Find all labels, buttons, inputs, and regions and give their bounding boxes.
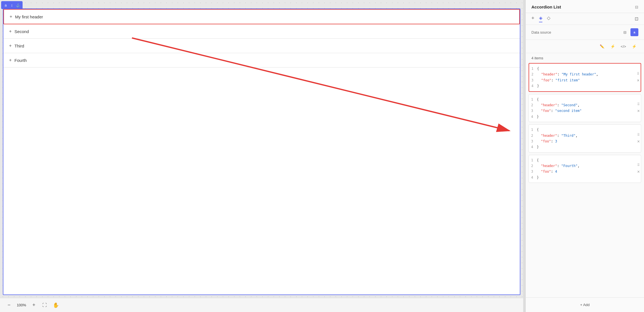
- delete-item-3-btn[interactable]: ×: [637, 138, 640, 145]
- json-item-4-actions: ⠿ ×: [637, 162, 640, 175]
- canvas-frame: + My first header + Second + Third + Fou…: [3, 8, 520, 295]
- component-view-btn[interactable]: ◈: [539, 15, 542, 22]
- delete-item-2-btn[interactable]: ×: [637, 108, 640, 114]
- accordion-item-label-1: My first header: [15, 14, 43, 19]
- anchor-tool-btn[interactable]: ⚓: [15, 2, 21, 8]
- top-icon-bar: + ◈ ◇ ⊡: [526, 13, 644, 25]
- drag-handle-3[interactable]: ⠿: [637, 132, 640, 137]
- styles-btn[interactable]: ◇: [547, 15, 550, 22]
- json-content-2: 1{ 2 "header": "Second", 3 "foo": "secon…: [529, 94, 641, 122]
- items-count: 4 items: [526, 53, 644, 63]
- delete-item-1-btn[interactable]: ×: [636, 77, 640, 84]
- drag-handle-4[interactable]: ⠿: [637, 162, 640, 168]
- data-source-label: Data source: [531, 30, 551, 34]
- canvas-area: a ↕ ⚓ + My first header + Second + Third: [0, 0, 523, 312]
- format-btn[interactable]: ⚡: [608, 42, 617, 51]
- pan-tool-btn[interactable]: ✋: [52, 301, 60, 309]
- data-source-row: Data source ⊟ a: [526, 25, 644, 40]
- accordion-item-label-2: Second: [14, 29, 29, 34]
- accordion-expand-icon-1: +: [10, 14, 12, 19]
- json-item-2-actions: ⠿ ×: [637, 102, 640, 114]
- json-item-1[interactable]: 1{ 2 "header": "My first header", 3 "foo…: [529, 63, 641, 92]
- data-source-actions: ⊟ a: [621, 28, 638, 36]
- accordion-item-label-4: Fourth: [14, 58, 27, 63]
- bottom-toolbar: − 100% + ⛶ ✋: [0, 298, 523, 312]
- panel-divider: [523, 0, 525, 312]
- accordion-expand-icon-2: +: [9, 29, 12, 34]
- json-item-1-actions: ⠿ ×: [636, 71, 640, 84]
- panel-footer: + Add: [526, 297, 644, 312]
- add-component-btn[interactable]: +: [531, 15, 535, 22]
- accordion-item-1[interactable]: + My first header: [3, 9, 520, 24]
- items-scroll[interactable]: 1{ 2 "header": "My first header", 3 "foo…: [526, 63, 644, 297]
- accordion-expand-icon-4: +: [9, 58, 12, 63]
- connect-btn[interactable]: ⚡: [630, 42, 638, 51]
- json-item-3-actions: ⠿ ×: [637, 132, 640, 145]
- code-btn[interactable]: </>: [619, 42, 628, 51]
- data-source-copy-btn[interactable]: ⊟: [621, 28, 629, 36]
- json-item-3[interactable]: 1{ 2 "header": "Third", 3 "foo": 3 4} ⠿ …: [529, 124, 641, 153]
- panel-header: Accordion List ⊟: [526, 0, 644, 13]
- json-content-1: 1{ 2 "header": "My first header", 3 "foo…: [529, 64, 641, 91]
- zoom-out-btn[interactable]: −: [6, 302, 12, 309]
- json-item-2[interactable]: 1{ 2 "header": "Second", 3 "foo": "secon…: [529, 94, 641, 122]
- edit-btn[interactable]: ✏️: [598, 42, 606, 51]
- accordion-item-4[interactable]: + Fourth: [3, 53, 520, 68]
- json-item-4[interactable]: 1{ 2 "header": "Fourth", 3 "foo": 4 4} ⠿…: [529, 155, 641, 183]
- align-tool-btn[interactable]: ↕: [9, 2, 15, 8]
- zoom-in-btn[interactable]: +: [30, 302, 37, 309]
- panel-collapse-btn[interactable]: ⊟: [635, 5, 638, 9]
- canvas-toolbar: a ↕ ⚓: [1, 1, 23, 9]
- accordion-item-2[interactable]: + Second: [3, 24, 520, 39]
- text-tool-btn[interactable]: a: [3, 2, 8, 8]
- data-source-type-btn[interactable]: a: [630, 28, 638, 36]
- json-content-4: 1{ 2 "header": "Fourth", 3 "foo": 4 4}: [529, 155, 641, 183]
- panel-title: Accordion List: [531, 5, 561, 9]
- drag-handle-2[interactable]: ⠿: [637, 102, 640, 107]
- accordion-item-label-3: Third: [14, 44, 24, 48]
- zoom-level-display: 100%: [16, 303, 27, 307]
- accordion-expand-icon-3: +: [9, 43, 12, 48]
- accordion-item-3[interactable]: + Third: [3, 39, 520, 53]
- fit-screen-btn[interactable]: ⛶: [41, 301, 49, 309]
- drag-handle-1[interactable]: ⠿: [636, 71, 640, 76]
- json-content-3: 1{ 2 "header": "Third", 3 "foo": 3 4}: [529, 125, 641, 152]
- expand-panel-btn[interactable]: ⊡: [635, 16, 638, 21]
- right-panel: Accordion List ⊟ + ◈ ◇ ⊡ Data source ⊟ a…: [525, 0, 644, 312]
- accordion-list: + My first header + Second + Third + Fou…: [3, 9, 520, 68]
- add-item-btn[interactable]: + Add: [577, 301, 593, 309]
- ds-action-bar: ✏️ ⚡ </> ⚡: [526, 40, 644, 53]
- delete-item-4-btn[interactable]: ×: [637, 169, 640, 175]
